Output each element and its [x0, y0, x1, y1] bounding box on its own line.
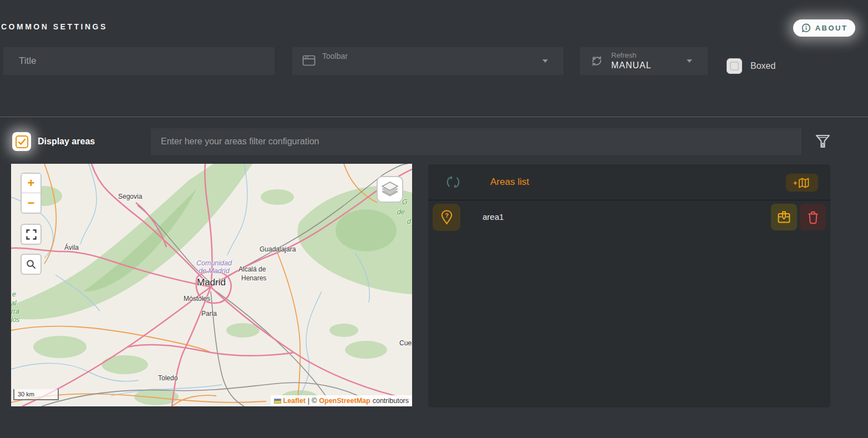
chevron-down-icon — [687, 59, 692, 63]
boxed-checkbox-row: Boxed — [727, 58, 775, 74]
toolbar-icon — [302, 54, 316, 69]
refresh-select[interactable]: Refresh MANUAL — [580, 47, 708, 75]
openstreetmap-link[interactable]: OpenStreetMap — [319, 397, 370, 405]
boxed-checkbox-label: Boxed — [750, 61, 775, 71]
boxed-checkbox[interactable] — [727, 58, 742, 74]
add-area-button[interactable]: + — [786, 174, 818, 192]
page-title: COMMON SETTINGS — [1, 22, 108, 31]
areas-list-header: Areas list + — [428, 164, 830, 200]
area-pin-button[interactable]: ? — [433, 204, 460, 231]
edit-area-icon — [776, 210, 791, 225]
fullscreen-button[interactable] — [21, 224, 42, 245]
svg-text:?: ? — [445, 212, 449, 218]
attribution-suffix: contributors — [373, 397, 409, 405]
refresh-areas-button[interactable] — [445, 174, 461, 190]
map-zoom-control: + − — [21, 173, 42, 214]
layers-icon — [380, 181, 399, 198]
checkbox-unchecked-icon — [730, 62, 739, 71]
title-input[interactable] — [3, 56, 275, 67]
display-areas-checkbox[interactable] — [12, 132, 31, 151]
map-tiles — [11, 164, 412, 406]
section-divider — [0, 117, 868, 117]
leaflet-link[interactable]: Leaflet — [283, 397, 306, 405]
svg-text:+: + — [793, 179, 798, 187]
toolbar-select-label: Toolbar — [322, 52, 348, 61]
about-button[interactable]: ABOUT — [793, 19, 855, 37]
areas-filter-field[interactable] — [151, 128, 801, 155]
toolbar-select[interactable]: Toolbar — [292, 47, 564, 75]
delete-area-button[interactable] — [800, 204, 826, 230]
fullscreen-icon — [26, 229, 37, 240]
about-button-label: ABOUT — [815, 24, 848, 32]
map-scale-label: 30 km — [18, 391, 34, 397]
area-name: area1 — [483, 212, 504, 221]
attribution-divider: | — [308, 397, 309, 405]
copyright-symbol: © — [312, 397, 317, 405]
refresh-mode-icon — [590, 54, 604, 71]
settings-page: COMMON SETTINGS ABOUT Toolbar — [0, 0, 868, 438]
refresh-select-label: Refresh — [611, 51, 637, 59]
leaflet-map[interactable]: SegoviaÁvilaGuadalajaraComunidadde Madri… — [11, 164, 412, 406]
areas-list-title: Areas list — [490, 177, 529, 188]
edit-area-button[interactable] — [771, 204, 797, 230]
map-layers-button[interactable] — [377, 176, 403, 203]
search-icon — [26, 259, 36, 269]
chevron-down-icon — [542, 59, 548, 63]
ukraine-flag-icon — [274, 399, 281, 404]
add-map-icon: + — [793, 177, 811, 189]
svg-text:A: A — [821, 142, 825, 148]
filter-alpha-icon[interactable]: A — [813, 132, 832, 151]
zoom-in-button[interactable]: + — [22, 174, 40, 193]
display-areas-label: Display areas — [38, 137, 95, 147]
areas-filter-input[interactable] — [151, 137, 801, 147]
info-bubble-icon — [801, 23, 811, 33]
map-search-button[interactable] — [21, 254, 42, 275]
title-field[interactable] — [3, 47, 275, 75]
areas-list-panel: Areas list + ? — [428, 164, 830, 407]
refresh-select-value: MANUAL — [611, 61, 652, 71]
checkbox-checked-icon — [16, 135, 28, 148]
map-attribution: Leaflet | © OpenStreetMap contributors — [271, 395, 412, 406]
area-list-item: ? area1 — [428, 204, 830, 233]
trash-icon — [806, 210, 820, 225]
map-scale-bar: 30 km — [13, 389, 59, 400]
zoom-out-button[interactable]: − — [22, 193, 40, 213]
location-pin-question-icon: ? — [439, 209, 454, 226]
